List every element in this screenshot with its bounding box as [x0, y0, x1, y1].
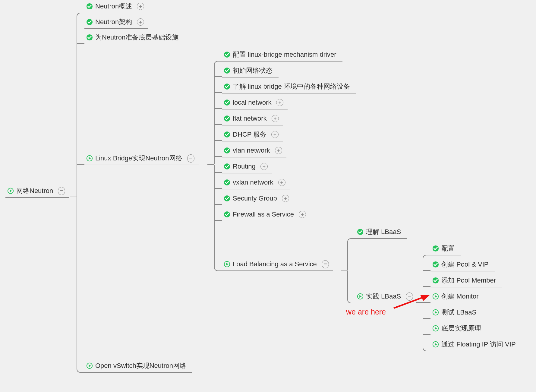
- connector: [214, 165, 215, 267]
- node-devices[interactable]: 了解 linux bridge 环境中的各种网络设备: [222, 80, 356, 93]
- check-icon: [224, 195, 230, 202]
- svg-marker-33: [435, 327, 437, 330]
- check-icon: [224, 67, 230, 74]
- check-icon: [224, 83, 230, 90]
- node-fwaas[interactable]: Firewall as a Service+: [222, 208, 310, 221]
- svg-marker-6: [89, 157, 91, 160]
- connector: [77, 368, 84, 373]
- node-linux-bridge[interactable]: Linux Bridge实现Neutron网络 −: [84, 152, 199, 165]
- connector: [214, 266, 222, 271]
- arrow-icon: [391, 292, 430, 311]
- connector: [423, 346, 430, 351]
- node-create-pool-vip[interactable]: 创建 Pool & VIP: [430, 258, 495, 271]
- connector: [347, 242, 348, 270]
- node-vlan[interactable]: vlan network+: [222, 144, 286, 157]
- connector: [214, 61, 222, 66]
- expand-icon[interactable]: +: [282, 195, 289, 202]
- connector: [214, 65, 215, 164]
- node-init-net[interactable]: 初始网络状态: [222, 64, 279, 77]
- node-label: 通过 Floating IP 访问 VIP: [441, 340, 518, 349]
- connector: [214, 220, 222, 221]
- node-label: Linux Bridge实现Neutron网络: [95, 154, 184, 163]
- connector: [214, 204, 222, 205]
- node-test-lbaas[interactable]: 测试 LBaaS: [430, 306, 482, 319]
- expand-icon[interactable]: +: [299, 211, 306, 218]
- node-ovs[interactable]: Open vSwitch实现Neutron网络: [84, 359, 192, 373]
- node-label: 了解 linux bridge 环境中的各种网络设备: [233, 82, 352, 91]
- node-label: 初始网络状态: [233, 66, 274, 75]
- node-secgroup[interactable]: Security Group+: [222, 192, 293, 205]
- node-label: 网络Neutron: [16, 186, 55, 195]
- check-icon: [86, 3, 93, 10]
- connector: [214, 188, 222, 189]
- connector: [423, 286, 430, 287]
- node-label: Security Group: [233, 194, 279, 202]
- connector: [77, 197, 77, 368]
- node-label: Open vSwitch实现Neutron网络: [95, 361, 188, 370]
- node-add-member[interactable]: 添加 Pool Member: [430, 274, 502, 287]
- collapse-icon[interactable]: −: [187, 154, 194, 163]
- node-label: 创建 Monitor: [441, 292, 480, 301]
- node-lbaas[interactable]: Load Balancing as a Service−: [222, 258, 333, 271]
- expand-icon[interactable]: +: [260, 163, 268, 170]
- node-label: 配置: [441, 244, 456, 253]
- expand-icon[interactable]: +: [275, 147, 282, 154]
- connector: [70, 197, 77, 197]
- connector: [77, 13, 84, 17]
- node-create-monitor[interactable]: 创建 Monitor: [430, 290, 484, 303]
- node-understand-lbaas[interactable]: 理解 LBaaS: [355, 226, 407, 239]
- node-routing[interactable]: Routing+: [222, 160, 272, 173]
- check-icon: [224, 179, 230, 186]
- play-icon: [432, 293, 439, 300]
- connector: [347, 270, 348, 299]
- node-flat-network[interactable]: flat network+: [222, 112, 283, 125]
- check-icon: [224, 163, 230, 170]
- node-neutron-arch[interactable]: Neutron架构 +: [84, 16, 148, 29]
- node-dhcp[interactable]: DHCP 服务+: [222, 128, 283, 141]
- connector: [423, 255, 430, 260]
- play-icon: [86, 155, 93, 162]
- check-icon: [224, 115, 230, 122]
- play-icon: [357, 293, 364, 300]
- node-local-network[interactable]: local network+: [222, 96, 288, 109]
- node-label: 为Neutron准备底层基础设施: [95, 33, 180, 42]
- expand-icon[interactable]: +: [272, 115, 279, 122]
- node-label: Routing: [233, 163, 257, 170]
- connector: [77, 43, 84, 44]
- node-label: Firewall as a Service: [233, 210, 296, 218]
- expand-icon[interactable]: +: [278, 179, 285, 186]
- svg-line-36: [394, 297, 424, 308]
- node-config-mechanism[interactable]: 配置 linux-bridge mechanism driver: [222, 48, 342, 62]
- node-floating-ip[interactable]: 通过 Floating IP 访问 VIP: [430, 338, 522, 351]
- play-icon: [432, 309, 439, 316]
- check-icon: [224, 147, 230, 154]
- check-icon: [224, 99, 230, 106]
- check-icon: [86, 34, 93, 41]
- connector: [423, 334, 430, 335]
- node-vxlan[interactable]: vxlan network+: [222, 176, 290, 189]
- collapse-icon[interactable]: −: [58, 187, 65, 195]
- play-icon: [432, 325, 439, 332]
- node-root[interactable]: 网络Neutron −: [5, 185, 69, 198]
- expand-icon[interactable]: +: [276, 99, 283, 106]
- node-label: 配置 linux-bridge mechanism driver: [233, 50, 338, 59]
- expand-icon[interactable]: +: [137, 18, 144, 26]
- expand-icon[interactable]: +: [137, 3, 144, 10]
- check-icon: [224, 211, 230, 218]
- connector: [214, 172, 222, 173]
- node-label: DHCP 服务: [233, 130, 268, 139]
- connector: [423, 270, 430, 271]
- connector: [214, 92, 222, 93]
- collapse-icon[interactable]: −: [322, 260, 329, 268]
- node-config[interactable]: 配置: [430, 242, 461, 255]
- node-underlying[interactable]: 底层实现原理: [430, 322, 487, 335]
- connector: [207, 164, 214, 165]
- svg-marker-8: [89, 364, 91, 367]
- node-label: vxlan network: [233, 179, 275, 186]
- svg-marker-24: [359, 295, 361, 298]
- connector: [214, 76, 222, 77]
- node-neutron-infra[interactable]: 为Neutron准备底层基础设施: [84, 31, 184, 44]
- node-neutron-overview[interactable]: Neutron概述 +: [84, 0, 148, 13]
- node-label: local network: [233, 99, 273, 106]
- expand-icon[interactable]: +: [271, 131, 279, 138]
